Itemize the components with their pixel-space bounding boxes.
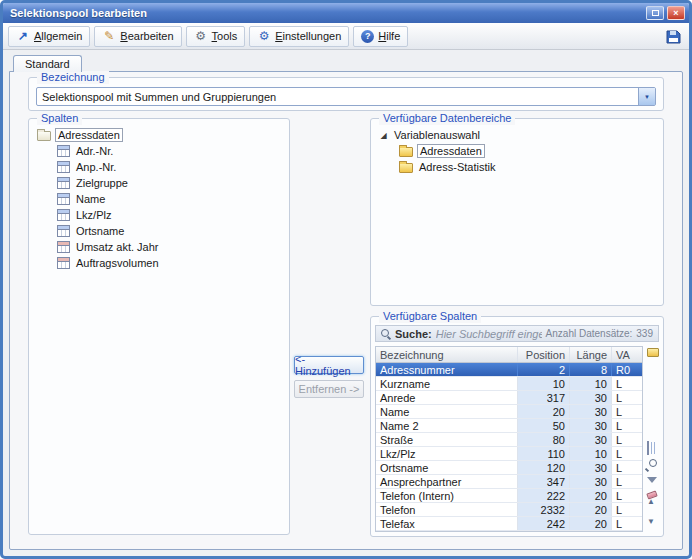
table-row[interactable]: Ansprechpartner 347 30 L: [376, 475, 642, 489]
tree-root[interactable]: Adressdaten: [37, 127, 283, 143]
table-row[interactable]: Anrede 317 30 L: [376, 391, 642, 405]
toolbar-button-allgemein[interactable]: ↗ Allgemein: [8, 26, 90, 47]
cell-laenge: 10: [570, 447, 612, 460]
folder-icon: [399, 147, 413, 157]
table-sum-icon: [57, 257, 70, 269]
search-label: Suche:: [395, 328, 432, 340]
cell-laenge: 10: [570, 377, 612, 390]
tree-item[interactable]: Umsatz akt. Jahr: [37, 239, 283, 255]
pencil-icon: ✎: [102, 30, 116, 42]
cell-laenge: 30: [570, 461, 612, 474]
toolbar-label: Einstellungen: [275, 30, 341, 42]
tab-strip: Standard: [3, 50, 689, 71]
cell-va: L: [612, 475, 642, 488]
filter-icon[interactable]: [647, 477, 657, 483]
cell-laenge: 30: [570, 391, 612, 404]
cell-va: L: [612, 489, 642, 502]
cell-position: 317: [518, 391, 570, 404]
tree-item[interactable]: Ortsname: [37, 223, 283, 239]
tree-item[interactable]: Lkz/Plz: [37, 207, 283, 223]
tree-item[interactable]: Adr.-Nr.: [37, 143, 283, 159]
close-button[interactable]: ×: [667, 6, 685, 20]
cell-bezeichnung: Ansprechpartner: [376, 475, 518, 488]
header-bezeichnung[interactable]: Bezeichnung: [376, 347, 518, 362]
table-row[interactable]: Telefax 242 20 L: [376, 517, 642, 531]
hinzufuegen-button[interactable]: <- Hinzufügen: [294, 356, 364, 374]
cell-va: L: [612, 517, 642, 530]
toolbar-button-hilfe[interactable]: ? Hilfe: [353, 26, 408, 47]
cell-position: 80: [518, 433, 570, 446]
cell-va: L: [612, 433, 642, 446]
table-icon: [57, 225, 70, 237]
cell-position: 222: [518, 489, 570, 502]
verfuegbare-spalten-group: Verfügbare Spalten Suche: Anzahl Datensä…: [370, 316, 664, 537]
tree-item[interactable]: Adress-Statistik: [379, 159, 657, 175]
datenbereiche-group: Verfügbare Datenbereiche ◢ Variablenausw…: [370, 118, 664, 306]
table-header: Bezeichnung Position Länge VA: [376, 347, 642, 363]
record-count-label: Anzahl Datensätze:: [546, 328, 633, 339]
columns-table: Bezeichnung Position Länge VA Adressnumm…: [375, 346, 643, 532]
bezeichnung-combobox[interactable]: Selektionspool mit Summen und Gruppierun…: [36, 87, 656, 106]
header-position[interactable]: Position: [518, 347, 570, 362]
cell-va: L: [612, 391, 642, 404]
cell-bezeichnung: Telefon (Intern): [376, 489, 518, 502]
cell-laenge: 20: [570, 503, 612, 516]
table-row[interactable]: Adressnummer 2 8 R0: [376, 363, 642, 377]
table-row[interactable]: Telefon (Intern) 222 20 L: [376, 489, 642, 503]
entfernen-button[interactable]: Entfernen ->: [294, 380, 364, 398]
cell-position: 20: [518, 405, 570, 418]
cell-position: 2332: [518, 503, 570, 516]
table-row[interactable]: Kurzname 10 10 L: [376, 377, 642, 391]
tree-item[interactable]: Anp.-Nr.: [37, 159, 283, 175]
spalten-tree: Adressdaten Adr.-Nr. Anp.-Nr. Zielgruppe…: [37, 127, 283, 528]
tree-item-label: Adressdaten: [417, 144, 485, 158]
scroll-down-icon[interactable]: ▼: [647, 518, 655, 526]
toolbar-label: Tools: [212, 30, 238, 42]
table-row[interactable]: Telefon 2332 20 L: [376, 503, 642, 517]
header-va[interactable]: VA: [612, 347, 642, 362]
cell-position: 347: [518, 475, 570, 488]
expand-icon[interactable]: ◢: [379, 131, 388, 140]
combobox-dropdown-button[interactable]: ▼: [638, 88, 655, 105]
column-chooser-icon[interactable]: [647, 348, 659, 357]
toolbar-button-tools[interactable]: ⚙ Tools: [186, 26, 246, 47]
scroll-up-icon[interactable]: ▲: [647, 498, 655, 506]
search-bar: Suche: Anzahl Datensätze: 339: [375, 325, 659, 342]
dialog-window: Selektionspool bearbeiten × ↗ Allgemein …: [0, 0, 692, 559]
spalten-group: Spalten Adressdaten Adr.-Nr. Anp.-Nr. Zi…: [28, 118, 290, 535]
save-icon: [666, 29, 681, 44]
window-title: Selektionspool bearbeiten: [10, 7, 643, 19]
table-sum-icon: [57, 241, 70, 253]
verfuegbare-spalten-group-label: Verfügbare Spalten: [379, 310, 481, 323]
header-laenge[interactable]: Länge: [570, 347, 612, 362]
tree-item[interactable]: Name: [37, 191, 283, 207]
save-button[interactable]: [662, 26, 684, 47]
tree-item[interactable]: Auftragsvolumen: [37, 255, 283, 271]
toolbar-button-bearbeiten[interactable]: ✎ Bearbeiten: [94, 26, 181, 47]
tree-root[interactable]: ◢ Variablenauswahl: [379, 127, 657, 143]
minimize-button[interactable]: [646, 6, 664, 20]
tree-item-label: Auftragsvolumen: [74, 257, 161, 269]
table-row[interactable]: Straße 80 30 L: [376, 433, 642, 447]
datenbereiche-group-label: Verfügbare Datenbereiche: [379, 112, 515, 125]
cell-bezeichnung: Straße: [376, 433, 518, 446]
cell-va: L: [612, 419, 642, 432]
search-input[interactable]: [436, 328, 542, 340]
tree-root-label: Adressdaten: [55, 128, 123, 142]
table-icon: [57, 209, 70, 221]
tree-item-selected[interactable]: Adressdaten: [379, 143, 657, 159]
toolbar-label: Allgemein: [34, 30, 82, 42]
toolbar-button-einstellungen[interactable]: ⚙ Einstellungen: [249, 26, 349, 47]
table-row[interactable]: Ortsname 120 30 L: [376, 461, 642, 475]
tree-item[interactable]: Zielgruppe: [37, 175, 283, 191]
tab-standard[interactable]: Standard: [13, 55, 82, 72]
tree-item-label: Adr.-Nr.: [74, 145, 115, 157]
grid-columns-icon[interactable]: [647, 441, 649, 455]
table-row[interactable]: Name 2 50 30 L: [376, 419, 642, 433]
cell-position: 2: [518, 363, 570, 376]
chevron-down-icon: ▼: [644, 94, 650, 100]
table-row[interactable]: Lkz/Plz 110 10 L: [376, 447, 642, 461]
help-icon: ?: [361, 30, 374, 43]
table-row[interactable]: Name 20 30 L: [376, 405, 642, 419]
cell-bezeichnung: Name: [376, 405, 518, 418]
